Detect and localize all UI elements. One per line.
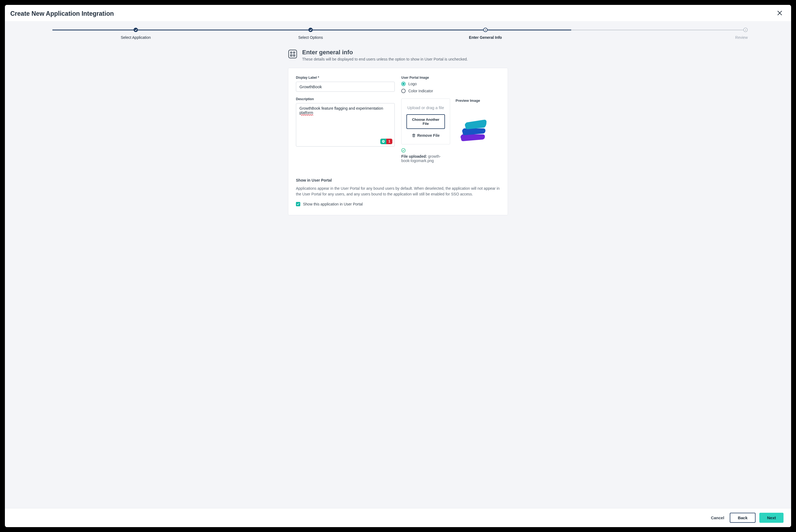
modal-header: Create New Application Integration (5, 5, 791, 21)
radio-color-indicator[interactable]: Color Indicator (401, 89, 500, 93)
radio-label: Logo (408, 82, 417, 86)
step-enter-general-info[interactable]: 3 Enter General Info (398, 28, 573, 40)
radio-logo[interactable]: Logo (401, 82, 500, 86)
radio-icon (401, 89, 405, 93)
user-portal-image-label: User Portal Image (401, 76, 500, 79)
file-dropzone[interactable]: Upload or drag a file Choose Another Fil… (401, 98, 450, 145)
radio-icon-selected (401, 82, 405, 86)
growthbook-logo-icon (456, 107, 488, 142)
checkbox-checked-icon (296, 202, 300, 206)
modal-body: Select Application Select Options 3 Ente… (5, 21, 791, 508)
step-select-options[interactable]: Select Options (223, 28, 398, 40)
grammar-count: 1 (386, 139, 392, 144)
step-dot-current: 3 (483, 28, 488, 32)
svg-rect-0 (289, 50, 297, 58)
step-label: Review (735, 35, 748, 40)
remove-file-button[interactable]: Remove File (406, 133, 445, 138)
checkbox-label: Show this application in User Portal (303, 202, 363, 206)
svg-rect-4 (293, 55, 295, 56)
svg-point-6 (401, 149, 405, 152)
section-title: Enter general info (302, 49, 468, 56)
next-button[interactable]: Next (759, 513, 783, 523)
svg-rect-3 (290, 55, 292, 56)
cancel-button[interactable]: Cancel (709, 513, 726, 522)
remove-file-label: Remove File (417, 133, 439, 138)
svg-point-2 (293, 52, 295, 53)
user-portal-section: Show in User Portal Applications appear … (296, 178, 500, 206)
close-icon (777, 10, 782, 16)
success-check-icon (401, 148, 405, 153)
user-portal-title: Show in User Portal (296, 178, 500, 183)
svg-point-1 (290, 52, 292, 53)
grammar-icon (380, 139, 386, 144)
back-button[interactable]: Back (730, 513, 756, 523)
check-icon (309, 29, 312, 31)
step-dot-done (308, 28, 313, 32)
stepper: Select Application Select Options 3 Ente… (5, 21, 791, 40)
modal-title: Create New Application Integration (10, 10, 114, 17)
description-label: Description (296, 97, 395, 101)
modal: Create New Application Integration Selec… (5, 5, 791, 527)
content: Enter general info These details will be… (285, 49, 511, 215)
form-card: Display Label * Description GrowthBook f… (288, 68, 508, 215)
dropzone-hint: Upload or drag a file (406, 105, 445, 110)
user-portal-description: Applications appear in the User Portal f… (296, 186, 500, 197)
step-dot-future: 4 (743, 28, 748, 32)
step-label: Enter General Info (469, 35, 502, 40)
check-icon (135, 29, 137, 31)
step-dot-done (134, 28, 138, 32)
upload-status: File uploaded: growth-book-logomark.png (401, 148, 450, 163)
preview-image-label: Preview Image (456, 98, 500, 102)
display-label-input[interactable] (296, 82, 395, 92)
show-in-portal-checkbox[interactable]: Show this application in User Portal (296, 202, 500, 206)
step-label: Select Application (121, 35, 151, 40)
display-label-label: Display Label * (296, 76, 395, 79)
file-uploaded-label: File uploaded: (401, 154, 427, 158)
step-review: 4 Review (573, 28, 748, 40)
step-select-application[interactable]: Select Application (48, 28, 223, 40)
radio-label: Color Indicator (408, 89, 433, 93)
section-subtitle: These details will be displayed to end u… (302, 57, 468, 61)
step-number: 3 (485, 29, 486, 31)
modal-footer: Cancel Back Next (5, 508, 791, 527)
step-number: 4 (745, 29, 746, 31)
grammar-widget[interactable]: 1 (380, 138, 393, 145)
choose-file-button[interactable]: Choose Another File (406, 114, 445, 129)
step-label: Select Options (298, 35, 323, 40)
close-button[interactable] (776, 9, 783, 18)
apps-grid-icon (288, 50, 297, 59)
section-header: Enter general info These details will be… (288, 49, 508, 61)
trash-icon (412, 134, 416, 137)
